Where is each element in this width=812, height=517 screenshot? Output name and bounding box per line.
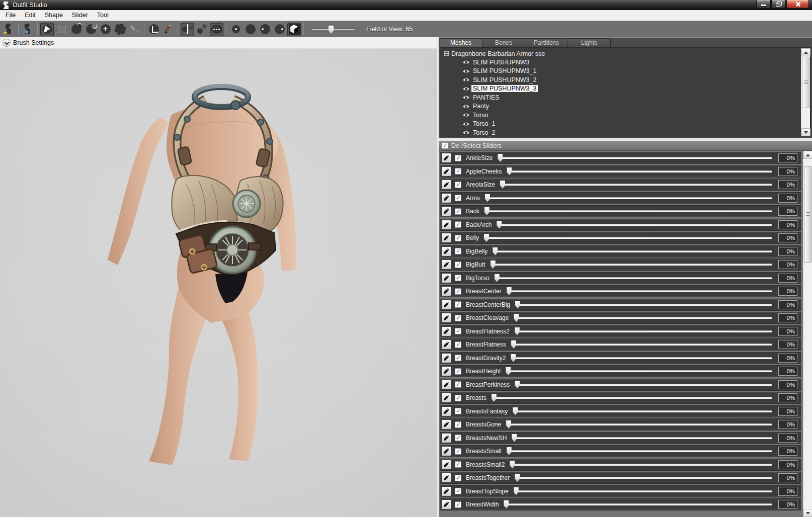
edit-slider-button[interactable] (441, 446, 451, 456)
vertex-edit-button[interactable] (161, 23, 175, 36)
edit-slider-button[interactable] (441, 220, 451, 230)
close-button[interactable] (786, 0, 809, 9)
select-tool-button[interactable] (40, 23, 54, 36)
slider-track[interactable] (496, 397, 772, 399)
slider-checkbox[interactable] (455, 168, 461, 175)
edit-slider-button[interactable] (441, 180, 451, 190)
menu-item[interactable]: Edit (20, 11, 40, 20)
collapse-icon[interactable] (444, 51, 449, 56)
slider-handle[interactable] (511, 340, 516, 349)
slider-checkbox[interactable] (455, 501, 461, 508)
slider-handle[interactable] (498, 154, 503, 162)
slider-handle[interactable] (491, 261, 496, 269)
slider-track[interactable] (499, 277, 772, 279)
slider-handle[interactable] (511, 354, 516, 362)
tree-item[interactable]: SLIM PUSHUPNW3_3 (462, 84, 810, 94)
slider-checkbox[interactable] (455, 275, 461, 281)
slider-checkbox[interactable] (455, 488, 461, 494)
eye-icon[interactable] (462, 121, 470, 127)
slider-handle[interactable] (515, 327, 520, 335)
slider-value[interactable]: 0% (778, 194, 797, 203)
edit-slider-button[interactable] (441, 260, 451, 270)
slider-value[interactable]: 0% (778, 233, 797, 242)
slider-track[interactable] (497, 250, 772, 252)
slider-handle[interactable] (500, 181, 505, 189)
edit-slider-button[interactable] (441, 393, 451, 403)
tree-item[interactable]: Torso_2 (462, 128, 810, 137)
slider-track[interactable] (511, 450, 772, 452)
slider-handle[interactable] (513, 407, 518, 415)
slider-checkbox[interactable] (455, 315, 461, 321)
model-preview[interactable] (0, 49, 437, 517)
edit-slider-button[interactable] (441, 460, 451, 470)
slider-value[interactable]: 0% (778, 274, 797, 283)
slider-track[interactable] (519, 477, 772, 479)
slider-checkbox[interactable] (455, 328, 461, 334)
slider-value[interactable]: 0% (778, 354, 797, 363)
slider-checkbox[interactable] (455, 288, 461, 295)
brush-falloff-2-button[interactable] (243, 23, 257, 36)
edit-slider-button[interactable] (441, 406, 451, 416)
slider-track[interactable] (517, 410, 772, 412)
edit-slider-button[interactable] (441, 353, 451, 363)
weight-brush-button[interactable] (128, 23, 141, 36)
slider-checkbox[interactable] (455, 301, 461, 308)
fov-slider[interactable] (311, 28, 355, 30)
slider-track[interactable] (510, 370, 772, 372)
edit-slider-button[interactable] (441, 499, 451, 509)
edit-slider-button[interactable] (441, 246, 451, 256)
menu-item[interactable]: Tool (93, 11, 113, 20)
slider-value[interactable]: 0% (778, 460, 797, 469)
slider-value[interactable]: 0% (778, 327, 797, 336)
slider-track[interactable] (502, 157, 772, 159)
slider-track[interactable] (518, 490, 772, 492)
slider-checkbox[interactable] (455, 155, 461, 161)
edit-slider-button[interactable] (441, 419, 451, 429)
slider-checkbox[interactable] (455, 461, 461, 468)
eye-icon[interactable] (462, 130, 470, 135)
slider-track[interactable] (495, 264, 772, 266)
slider-checkbox[interactable] (455, 262, 461, 268)
transform-tool-button[interactable] (147, 23, 160, 36)
slider-handle[interactable] (507, 447, 512, 455)
tree-item[interactable]: PANTIES (462, 93, 810, 102)
edit-slider-button[interactable] (441, 326, 451, 336)
slider-value[interactable]: 0% (778, 287, 797, 296)
edit-slider-button[interactable] (441, 473, 451, 483)
slider-value[interactable]: 0% (778, 180, 797, 189)
slider-checkbox[interactable] (455, 341, 461, 348)
eye-icon[interactable] (462, 95, 470, 100)
scroll-up-icon[interactable] (801, 48, 810, 56)
slider-handle[interactable] (514, 314, 519, 322)
restore-button[interactable] (771, 0, 786, 9)
load-project-button[interactable] (2, 23, 16, 36)
slider-value[interactable]: 0% (778, 260, 797, 269)
scroll-down-icon[interactable] (801, 128, 810, 136)
slider-checkbox[interactable] (455, 408, 461, 414)
eye-icon[interactable] (462, 68, 470, 74)
slider-value[interactable]: 0% (778, 220, 797, 229)
menu-item[interactable]: Slider (67, 11, 93, 20)
edit-slider-button[interactable] (441, 273, 451, 283)
titlebar[interactable]: Outfit Studio (0, 0, 812, 10)
slider-handle[interactable] (484, 207, 490, 215)
slider-value[interactable]: 0% (778, 420, 797, 429)
slider-track[interactable] (511, 170, 772, 173)
tree-item[interactable]: SLIM PUSHUPNW3_1 (462, 67, 810, 76)
slider-checkbox[interactable] (455, 221, 461, 228)
tree-item[interactable]: SLIM PUSHUPNW3_2 (462, 75, 810, 84)
slider-value[interactable]: 0% (778, 340, 797, 349)
tree-scrollbar[interactable] (801, 48, 810, 136)
edit-slider-button[interactable] (441, 300, 451, 310)
slider-handle[interactable] (484, 234, 489, 242)
slider-handle[interactable] (515, 474, 520, 482)
edit-slider-button[interactable] (441, 313, 451, 323)
eye-icon[interactable] (462, 59, 470, 65)
scroll-up-icon[interactable] (803, 151, 812, 159)
tree-scrollbar-thumb[interactable] (802, 57, 809, 108)
eye-icon[interactable] (462, 77, 470, 82)
menu-item[interactable]: Shape (40, 11, 67, 20)
minimize-button[interactable] (756, 0, 771, 9)
select-all-checkbox[interactable] (442, 142, 448, 149)
slider-value[interactable]: 0% (778, 300, 797, 309)
